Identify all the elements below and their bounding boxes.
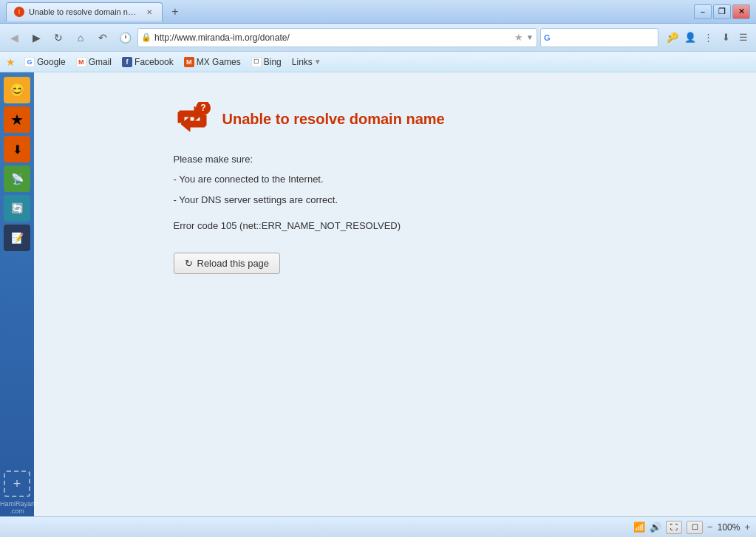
content-area: ? Unable to resolve domain name Please m… (34, 72, 756, 516)
error-header: ? Unable to resolve domain name (174, 102, 617, 136)
bookmark-mxgames-label: MX Games (197, 57, 241, 67)
error-line1: - You are connected to the Internet. (174, 171, 617, 188)
notepad-button[interactable]: 📝 (4, 225, 30, 251)
search-engine-icon: G (544, 33, 551, 42)
bookmark-facebook-label: Facebook (134, 57, 174, 67)
bookmark-gmail[interactable]: M Gmail (72, 55, 116, 69)
bookmarks-star-icon[interactable]: ★ (6, 56, 16, 68)
menu-icon[interactable]: ☰ (735, 30, 752, 46)
tab-title: Unable to resolve domain name (29, 7, 140, 16)
zoom-level: 100% (718, 522, 740, 533)
bookmarks-bar: ★ G Google M Gmail f Facebook M MX Games… (0, 52, 756, 72)
error-title: Unable to resolve domain name (222, 111, 445, 128)
network-icon: 📶 (633, 521, 645, 533)
fullscreen-button[interactable]: ⛶ (666, 521, 682, 534)
url-bar[interactable]: 🔒 ★ ▼ (137, 28, 537, 47)
error-box: ? Unable to resolve domain name Please m… (174, 102, 617, 274)
facebook-favicon: f (122, 57, 132, 67)
gmail-favicon: M (76, 57, 86, 67)
instructions-label: Please make sure: (174, 151, 617, 168)
error-code: Error code 105 (net::ERR_NAME_NOT_RESOLV… (174, 217, 617, 234)
reload-button[interactable]: ↻ (49, 28, 68, 47)
sidebar-add-button[interactable]: + (4, 471, 30, 497)
home-button[interactable]: ⌂ (71, 28, 90, 47)
new-tab-button[interactable]: + (167, 4, 183, 20)
forward-button[interactable]: ▶ (27, 28, 46, 47)
active-tab[interactable]: ! Unable to resolve domain name ✕ (6, 2, 163, 21)
error-icon: ? (174, 102, 211, 136)
main-layout: 😊 ★ ⬇ 📡 🔄 📝 + ? Unable to resolve domain… (0, 72, 756, 516)
google-favicon: G (24, 57, 35, 67)
zoom-minus-icon[interactable]: − (707, 521, 713, 533)
clock-button[interactable]: 🕐 (115, 28, 134, 47)
window-controls: − ❐ ✕ (694, 4, 750, 19)
sync-button[interactable]: 🔄 (4, 195, 30, 222)
error-body: Please make sure: - You are connected to… (174, 151, 617, 235)
bookmark-facebook[interactable]: f Facebook (118, 55, 178, 69)
speaker-icon: 🔊 (650, 521, 661, 533)
zoom-restore-button[interactable]: ☐ (687, 521, 703, 534)
tab-favicon: ! (14, 7, 24, 17)
title-bar: ! Unable to resolve domain name ✕ + − ❐ … (0, 0, 756, 24)
close-button[interactable]: ✕ (732, 4, 750, 19)
bing-favicon: ☐ (251, 57, 262, 67)
url-star-icon[interactable]: ★ (514, 32, 523, 43)
search-bar[interactable]: G ▼ (540, 28, 658, 47)
zoom-plus-icon[interactable]: + (744, 521, 750, 533)
reload-page-button[interactable]: ↻ Reload this page (174, 253, 281, 274)
bookmark-google[interactable]: G Google (20, 55, 70, 69)
history-back-button[interactable]: ↶ (93, 28, 112, 47)
error-line2: - Your DNS server settings are correct. (174, 191, 617, 208)
url-dropdown-button[interactable]: ▼ (526, 33, 534, 41)
reload-icon: ↻ (185, 258, 193, 269)
url-lock-icon: 🔒 (141, 33, 151, 42)
minimize-button[interactable]: − (694, 4, 712, 19)
url-input[interactable] (154, 33, 511, 43)
key-icon[interactable]: 🔑 (664, 30, 681, 46)
status-bar: 📶 🔊 ⛶ ☐ − 100% + (0, 516, 756, 537)
bookmark-bing[interactable]: ☐ Bing (247, 55, 286, 69)
person-icon[interactable]: 👤 (682, 30, 698, 46)
links-dropdown-icon[interactable]: ▼ (314, 58, 321, 66)
star-button[interactable]: ★ (4, 106, 30, 133)
status-right: 📶 🔊 ⛶ ☐ − 100% + (633, 521, 750, 534)
back-button[interactable]: ◀ (4, 28, 24, 47)
divider-icon: ⋮ (700, 30, 716, 46)
bookmark-gmail-label: Gmail (89, 57, 112, 67)
navigation-bar: ◀ ▶ ↻ ⌂ ↶ 🕐 🔒 ★ ▼ G ▼ 🔑 👤 ⋮ ⬇ ☰ (0, 24, 756, 52)
nav-extra-buttons: 🔑 👤 ⋮ ⬇ ☰ (664, 30, 752, 46)
sidebar: 😊 ★ ⬇ 📡 🔄 📝 + (0, 72, 34, 516)
rss-button[interactable]: 📡 (4, 165, 30, 192)
bookmark-google-label: Google (37, 57, 66, 67)
bookmark-mxgames[interactable]: M MX Games (180, 55, 245, 69)
bookmark-bing-label: Bing (264, 57, 282, 67)
search-input[interactable] (554, 33, 664, 43)
mx-favicon: M (184, 57, 194, 67)
download-button[interactable]: ⬇ (4, 136, 30, 163)
reload-label: Reload this page (197, 258, 270, 269)
tab-close-button[interactable]: ✕ (144, 7, 154, 17)
bookmark-links[interactable]: Links ▼ (287, 55, 326, 69)
title-bar-left: ! Unable to resolve domain name ✕ + (6, 2, 694, 21)
maximize-button[interactable]: ❐ (713, 4, 731, 19)
face-button[interactable]: 😊 (4, 77, 30, 103)
bookmark-links-label: Links (292, 57, 313, 67)
svg-text:?: ? (200, 103, 205, 113)
download-icon[interactable]: ⬇ (718, 30, 734, 46)
